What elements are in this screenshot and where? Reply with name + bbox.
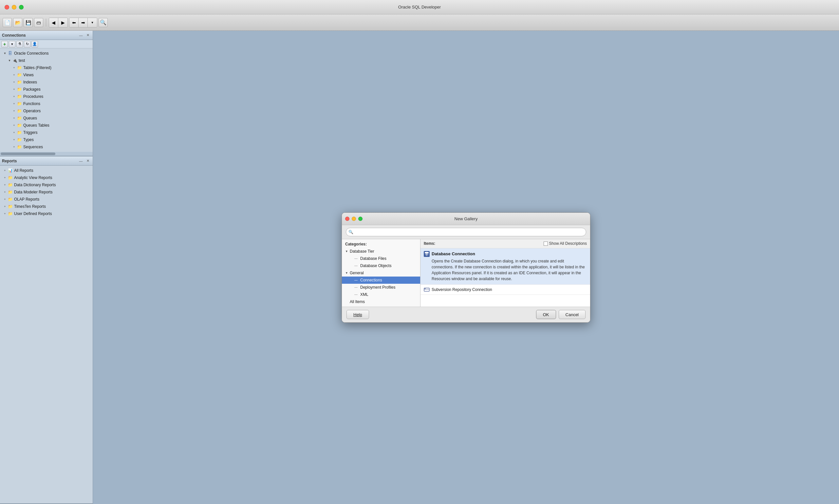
dialog-max-button[interactable] — [358, 217, 363, 221]
navigate-fwd-button[interactable]: ➡ — [78, 18, 88, 27]
history-buttons: ◀ ▶ — [49, 18, 68, 28]
filter-button[interactable]: ⚗ — [16, 41, 23, 48]
tree-queues-tables[interactable]: + 📁 Queues Tables — [0, 122, 93, 129]
search-icon: 🔍 — [348, 230, 353, 234]
folder-icon-indexes: 📁 — [16, 79, 22, 85]
cat-label-all-items: All Items — [350, 300, 365, 304]
db-browse-button[interactable]: 🔍 — [99, 18, 108, 27]
window-controls[interactable] — [4, 5, 23, 10]
dialog-body: Categories: ▼ Database Tier — Database F… — [342, 239, 590, 307]
cat-database-objects[interactable]: — Database Objects — [342, 262, 420, 269]
categories-label: Categories: — [342, 240, 420, 248]
open-button[interactable]: 📂 — [13, 18, 22, 27]
maximize-button[interactable] — [19, 5, 23, 10]
search-input[interactable] — [346, 228, 586, 236]
cat-deployment-profiles[interactable]: — Deployment Profiles — [342, 284, 420, 291]
reports-minimize-icon[interactable]: — — [78, 158, 84, 164]
tree-views[interactable]: + 📁 Views — [0, 71, 93, 78]
tree-data-modeler-reports[interactable]: + 📁 Data Modeler Reports — [0, 188, 93, 196]
tree-types[interactable]: + 📁 Types — [0, 136, 93, 143]
connection-dropdown-button[interactable]: ▼ — [9, 41, 15, 48]
navigate-dropdown-button[interactable]: ▼ — [88, 18, 97, 27]
connections-close-icon[interactable]: ✕ — [85, 32, 91, 38]
reports-panel: Reports — ✕ + 📊 All Reports + 📁 Analytic… — [0, 157, 93, 504]
save-button[interactable]: 💾 — [23, 18, 33, 27]
tree-olap-reports[interactable]: + 📁 OLAP Reports — [0, 196, 93, 203]
cat-general[interactable]: ▼ General — [342, 269, 420, 276]
tree-procedures[interactable]: + 📁 Procedures — [0, 93, 93, 100]
tree-oracle-connections[interactable]: ▼ 🗄 Oracle Connections — [0, 50, 93, 57]
reports-close-icon[interactable]: ✕ — [85, 158, 91, 164]
cat-database-tier[interactable]: ▼ Database Tier — [342, 248, 420, 255]
item-database-connection[interactable]: Database Connection Opens the Create Dat… — [420, 248, 590, 285]
folder-icon-sequences: 📁 — [16, 144, 22, 150]
db-conn-icon — [424, 251, 430, 257]
content-area: New Gallery 🔍 Categories: — [93, 31, 839, 504]
report-folder-icon-analytic: 📁 — [7, 175, 13, 181]
cat-all-items[interactable]: All Items — [342, 298, 420, 305]
main-area: Connections — ✕ + ▼ ⚗ ↻ 👤 ▼ 🗄 Oracle Con… — [0, 31, 839, 504]
tree-label-test: test — [19, 58, 25, 63]
tree-user-defined-reports[interactable]: + 📁 User Defined Reports — [0, 210, 93, 217]
dialog-close-button[interactable] — [345, 217, 349, 221]
report-folder-icon-timesten: 📁 — [7, 203, 13, 210]
dialog-min-button[interactable] — [352, 217, 356, 221]
minimize-button[interactable] — [12, 5, 16, 10]
tree-all-reports[interactable]: + 📊 All Reports — [0, 167, 93, 174]
new-button[interactable]: 📄 — [3, 18, 12, 27]
item-subversion[interactable]: Subversion Repository Connection — [420, 285, 590, 295]
report-folder-icon-user: 📁 — [7, 211, 13, 217]
dialog-window-controls[interactable] — [345, 217, 363, 221]
forward-button[interactable]: ▶ — [58, 18, 68, 27]
title-bar: Oracle SQL Developer — [0, 0, 839, 14]
tree-analytic-reports[interactable]: + 📁 Analytic View Reports — [0, 174, 93, 181]
reports-panel-controls: — ✕ — [78, 158, 91, 164]
show-all-container[interactable]: Show All Descriptions — [544, 241, 587, 246]
tree-test-conn[interactable]: ▼ 🔌 test — [0, 57, 93, 64]
tree-label-functions: Functions — [23, 102, 40, 106]
tree-toggle-procedures: + — [12, 94, 16, 99]
cat-database-files[interactable]: — Database Files — [342, 255, 420, 262]
close-button[interactable] — [4, 5, 9, 10]
tree-operators[interactable]: + 📁 Operators — [0, 107, 93, 114]
tree-functions[interactable]: + 📁 Functions — [0, 100, 93, 107]
cat-xml[interactable]: — XML — [342, 291, 420, 298]
ok-button[interactable]: OK — [536, 310, 556, 319]
tree-indexes[interactable]: + 📁 Indexes — [0, 78, 93, 86]
tree-toggle-user-defined: + — [3, 212, 7, 216]
show-all-checkbox[interactable] — [544, 241, 548, 246]
tree-tables[interactable]: + 📁 Tables (Filtered) — [0, 64, 93, 71]
dialog-footer: Help OK Cancel — [342, 307, 590, 322]
connections-panel-title: Connections — [2, 33, 26, 38]
cancel-button[interactable]: Cancel — [559, 310, 585, 319]
navigate-back-button[interactable]: ⬅ — [69, 18, 78, 27]
tree-data-dict-reports[interactable]: + 📁 Data Dictionary Reports — [0, 181, 93, 188]
save-all-button[interactable]: 🗃 — [34, 18, 43, 27]
connections-panel-controls: — ✕ — [78, 32, 91, 38]
cat-connections[interactable]: — Connections — [342, 276, 420, 284]
connections-minimize-icon[interactable]: — — [78, 32, 84, 38]
toolbar-divider-1 — [46, 19, 46, 26]
tree-label-triggers: Triggers — [23, 130, 38, 135]
refresh-button[interactable]: ↻ — [24, 41, 31, 48]
svn-icon — [424, 287, 430, 292]
tree-queues[interactable]: + 📁 Queues — [0, 114, 93, 122]
db-icon: 🗄 — [7, 50, 13, 56]
tree-label-data-modeler: Data Modeler Reports — [14, 190, 52, 194]
tree-packages[interactable]: + 📁 Packages — [0, 86, 93, 93]
connections-scroll-thumb — [1, 152, 55, 155]
tree-triggers[interactable]: + 📁 Triggers — [0, 129, 93, 136]
schema-button[interactable]: 👤 — [32, 41, 38, 48]
reports-panel-header: Reports — ✕ — [0, 157, 93, 166]
item-name-db-conn: Database Connection — [432, 251, 475, 256]
back-button[interactable]: ◀ — [49, 18, 58, 27]
add-connection-button[interactable]: + — [1, 41, 8, 48]
tree-sequences[interactable]: + 📁 Sequences — [0, 143, 93, 150]
folder-icon-operators: 📁 — [16, 108, 22, 114]
tree-toggle-functions: + — [12, 102, 16, 106]
tree-timesten-reports[interactable]: + 📁 TimesTen Reports — [0, 203, 93, 210]
connections-scrollbar[interactable] — [0, 152, 93, 156]
item-desc-db-conn: Opens the Create Database Connection dia… — [424, 258, 587, 282]
tree-label-data-dict: Data Dictionary Reports — [14, 183, 56, 187]
help-button[interactable]: Help — [347, 310, 369, 319]
